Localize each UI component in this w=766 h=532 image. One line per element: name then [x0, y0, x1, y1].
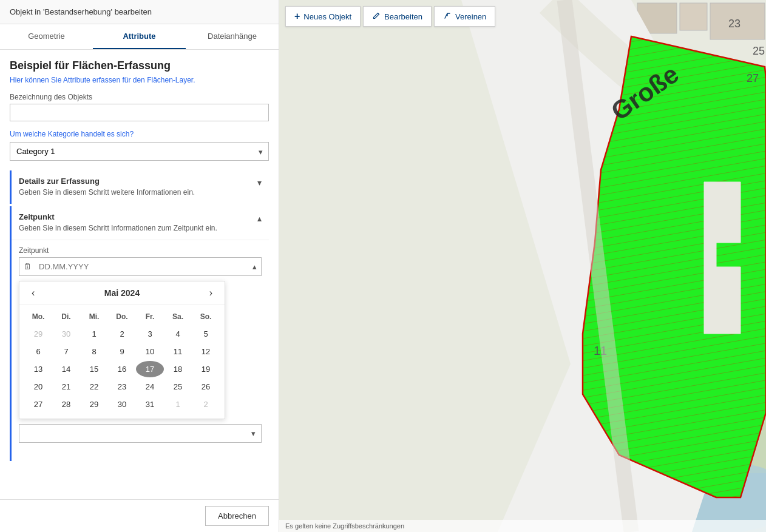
- tab-attribute[interactable]: Attribute: [93, 24, 186, 49]
- panel-header: Objekt in 'Bestandserhebung' bearbeiten: [0, 0, 279, 24]
- cal-day[interactable]: 9: [108, 343, 136, 360]
- cal-day[interactable]: 30: [108, 396, 136, 412]
- abbrechen-button[interactable]: Abbrechen: [205, 506, 269, 526]
- zeitpunkt-input[interactable]: [19, 257, 262, 276]
- cal-day[interactable]: 8: [80, 343, 108, 360]
- cal-day[interactable]: 11: [164, 343, 192, 360]
- cal-header-fr: Fr.: [136, 310, 164, 323]
- cal-day[interactable]: 2: [108, 326, 136, 342]
- accordion-zeitpunkt-desc: Geben Sie in diesem Schritt Informatione…: [19, 223, 253, 234]
- accordion-details-header[interactable]: Details zur Erfassung Geben Sie in diese…: [12, 170, 269, 204]
- cal-day[interactable]: 12: [192, 343, 220, 360]
- calendar-week-1: 29 30 1 2 3 4 5: [24, 326, 220, 342]
- cal-header-di: Di.: [52, 310, 80, 323]
- cal-header-sa: Sa.: [164, 310, 192, 323]
- cal-day-today[interactable]: 17: [136, 361, 164, 377]
- bezeichnung-input[interactable]: [10, 104, 269, 121]
- cal-day[interactable]: 20: [24, 379, 52, 395]
- bearbeiten-button[interactable]: Bearbeiten: [363, 6, 432, 27]
- second-select[interactable]: [19, 424, 262, 443]
- cal-day[interactable]: 27: [24, 396, 52, 412]
- cal-day[interactable]: 28: [52, 396, 80, 412]
- cal-day[interactable]: 2: [192, 396, 220, 412]
- accordion-zeitpunkt-header[interactable]: Zeitpunkt Geben Sie in diesem Schritt In…: [12, 206, 269, 240]
- bezeichnung-label: Bezeichnung des Objekts: [10, 93, 269, 101]
- cal-day[interactable]: 14: [52, 361, 80, 377]
- cal-header-so: So.: [192, 310, 220, 323]
- combine-icon: [443, 12, 452, 22]
- cal-day[interactable]: 19: [192, 361, 220, 377]
- cal-day[interactable]: 1: [80, 326, 108, 342]
- bottom-bar: Abbrechen: [0, 499, 279, 532]
- cal-day[interactable]: 22: [80, 379, 108, 395]
- section-title: Beispiel für Flächen-Erfassung: [10, 59, 269, 72]
- cal-day[interactable]: 5: [192, 326, 220, 342]
- accordion-zeitpunkt: Zeitpunkt Geben Sie in diesem Schritt In…: [10, 206, 269, 461]
- cal-day[interactable]: 15: [80, 361, 108, 377]
- calendar-grid: Mo. Di. Mi. Do. Fr. Sa. So. 29 30 1: [19, 305, 225, 419]
- panel-header-text: Objekt in 'Bestandserhebung' bearbeiten: [10, 7, 152, 16]
- svg-text:23: 23: [728, 18, 741, 30]
- accordion-details-chevron-down-icon: ▾: [257, 178, 262, 187]
- panel-content: Beispiel für Flächen-Erfassung Hier könn…: [0, 50, 279, 499]
- map-panel: + Neues Objekt Bearbeiten Vereinen: [279, 0, 766, 532]
- map-svg: Große 23 25 27 11: [279, 0, 766, 532]
- edit-icon: [372, 12, 381, 22]
- calendar-week-4: 20 21 22 23 24 25 26: [24, 379, 220, 395]
- section-desc: Hier können Sie Attribute erfassen für d…: [10, 76, 269, 84]
- cal-header-do: Do.: [108, 310, 136, 323]
- category-link[interactable]: Um welche Kategorie handelt es sich?: [10, 130, 269, 138]
- cal-day[interactable]: 29: [80, 396, 108, 412]
- map-toolbar: + Neues Objekt Bearbeiten Vereinen: [285, 6, 495, 27]
- calendar-month-year: Mai 2024: [104, 288, 140, 298]
- left-panel: Objekt in 'Bestandserhebung' bearbeiten …: [0, 0, 279, 532]
- tab-dateiAnhaenge[interactable]: Dateianhänge: [186, 24, 279, 49]
- second-select-wrapper: ▾: [19, 424, 262, 443]
- calendar-nav: ‹ Mai 2024 ›: [19, 281, 225, 305]
- accordion-zeitpunkt-chevron-up-icon: ▴: [257, 214, 262, 223]
- accordion-zeitpunkt-body: Zeitpunkt 🗓 ▴ ‹ Mai 2024 ›: [12, 240, 269, 461]
- date-input-wrapper: 🗓 ▴: [19, 257, 262, 276]
- cal-day[interactable]: 30: [52, 326, 80, 342]
- category-select[interactable]: Category 1 Category 2 Category 3: [10, 142, 269, 161]
- cal-day[interactable]: 10: [136, 343, 164, 360]
- cal-day[interactable]: 16: [108, 361, 136, 377]
- calendar-prev-button[interactable]: ‹: [27, 286, 39, 300]
- calendar-headers: Mo. Di. Mi. Do. Fr. Sa. So.: [24, 310, 220, 323]
- vereinen-button[interactable]: Vereinen: [434, 6, 495, 27]
- cal-day[interactable]: 26: [192, 379, 220, 395]
- calendar-week-3: 13 14 15 16 17 18 19: [24, 361, 220, 377]
- svg-text:25: 25: [753, 45, 765, 57]
- map-footer-text: Es gelten keine Zugriffsbeschränkungen: [285, 522, 404, 530]
- cal-day[interactable]: 23: [108, 379, 136, 395]
- cal-day[interactable]: 24: [136, 379, 164, 395]
- cal-header-mi: Mi.: [80, 310, 108, 323]
- calendar-next-button[interactable]: ›: [205, 286, 217, 300]
- zeitpunkt-label: Zeitpunkt: [19, 246, 262, 255]
- calendar-week-2: 6 7 8 9 10 11 12: [24, 343, 220, 360]
- accordion-details-title: Details zur Erfassung: [19, 177, 253, 186]
- tab-geometrie[interactable]: Geometrie: [0, 24, 93, 49]
- svg-rect-7: [680, 3, 707, 30]
- cal-day[interactable]: 21: [52, 379, 80, 395]
- cal-day[interactable]: 25: [164, 379, 192, 395]
- calendar: ‹ Mai 2024 › Mo. Di. Mi. Do. Fr.: [19, 281, 225, 419]
- neues-objekt-button[interactable]: + Neues Objekt: [285, 6, 361, 27]
- cal-day[interactable]: 13: [24, 361, 52, 377]
- cal-day[interactable]: 31: [136, 396, 164, 412]
- category-select-wrapper: Category 1 Category 2 Category 3 ▾: [10, 142, 269, 161]
- tabs: Geometrie Attribute Dateianhänge: [0, 24, 279, 50]
- cal-day[interactable]: 7: [52, 343, 80, 360]
- cal-header-mo: Mo.: [24, 310, 52, 323]
- cal-day[interactable]: 18: [164, 361, 192, 377]
- accordion-zeitpunkt-title: Zeitpunkt: [19, 212, 253, 221]
- cal-day[interactable]: 3: [136, 326, 164, 342]
- cal-day[interactable]: 6: [24, 343, 52, 360]
- accordion-details: Details zur Erfassung Geben Sie in diese…: [10, 170, 269, 204]
- cal-day[interactable]: 4: [164, 326, 192, 342]
- cal-day[interactable]: 1: [164, 396, 192, 412]
- svg-text:27: 27: [747, 72, 759, 84]
- accordion-details-desc: Geben Sie in diesem Schritt weitere Info…: [19, 187, 253, 198]
- map-footer: Es gelten keine Zugriffsbeschränkungen: [279, 520, 766, 532]
- cal-day[interactable]: 29: [24, 326, 52, 342]
